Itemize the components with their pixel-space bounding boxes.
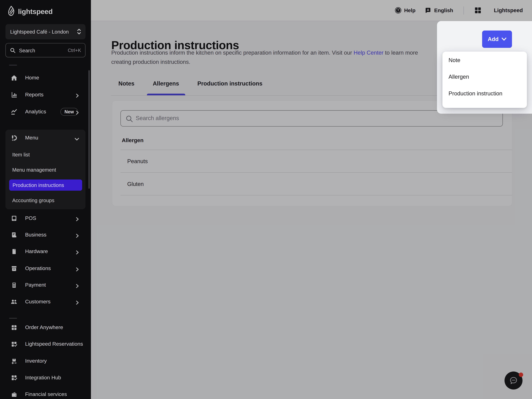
home-icon	[10, 74, 18, 82]
add-button[interactable]: Add	[482, 31, 512, 48]
chevron-right-icon	[76, 110, 79, 116]
search-shortcut: Ctrl+K	[68, 47, 81, 53]
sidebar-item-customers[interactable]: Customers	[6, 293, 85, 310]
business-icon	[10, 231, 18, 239]
reservations-icon	[10, 340, 18, 348]
chevron-down-icon	[75, 136, 79, 142]
sidebar-item-lightspeed-reservations[interactable]: Lightspeed Reservations	[6, 336, 85, 353]
sidebar-item-reports[interactable]: Reports	[6, 86, 85, 103]
store-selector-label: Lightspeed Café - London	[10, 29, 69, 35]
add-menu-item-allergen[interactable]: Allergen	[443, 69, 527, 85]
payment-icon	[10, 281, 18, 289]
sidebar-item-payment[interactable]: Payment	[6, 277, 85, 293]
sidebar-item-business[interactable]: Business	[6, 226, 85, 243]
unfold-chevrons-icon	[77, 28, 82, 36]
chevron-right-icon	[76, 284, 79, 288]
chevron-right-icon	[76, 217, 79, 221]
chevron-right-icon	[76, 250, 79, 254]
sidebar-item-financial-services[interactable]: Financial services	[6, 386, 85, 399]
sidebar-divider	[9, 65, 17, 65]
store-selector[interactable]: Lightspeed Café - London	[6, 24, 85, 39]
menu-icon	[10, 134, 18, 142]
lightspeed-flame-icon	[7, 6, 16, 17]
sidebar-item-pos[interactable]: POS	[6, 210, 85, 227]
sidebar-item-menu[interactable]: Menu	[6, 130, 85, 146]
sidebar-item-operations[interactable]: Operations	[6, 260, 85, 277]
order-anywhere-icon	[10, 324, 18, 331]
sidebar-item-accounting-groups[interactable]: Accounting groups	[6, 193, 85, 207]
search-icon	[10, 47, 16, 53]
sidebar: lightspeed Lightspeed Café - London Sear…	[0, 0, 91, 399]
sidebar-item-production-instructions-active[interactable]: Production instructions	[9, 179, 82, 191]
pos-icon	[10, 215, 18, 222]
sidebar-item-order-anywhere[interactable]: Order Anywhere	[6, 319, 85, 336]
reports-icon	[10, 91, 18, 98]
sidebar-divider	[9, 318, 17, 319]
app-window: lightspeed Lightspeed Café - London Sear…	[0, 0, 532, 399]
new-badge: New	[60, 108, 78, 115]
sidebar-menu-group: Menu Item list Menu management Productio…	[6, 130, 85, 209]
sidebar-item-hardware[interactable]: Hardware	[6, 243, 85, 260]
financial-services-icon	[10, 391, 18, 398]
add-menu-item-note[interactable]: Note	[443, 52, 527, 69]
analytics-icon	[10, 108, 18, 115]
sidebar-search[interactable]: Search Ctrl+K	[6, 43, 85, 57]
sidebar-item-analytics[interactable]: Analytics New	[6, 103, 85, 120]
sidebar-item-inventory[interactable]: Inventory	[6, 353, 85, 369]
operations-icon	[10, 265, 18, 272]
add-dropdown-menu: Note Allergen Production instruction	[443, 51, 527, 108]
add-menu-item-production-instruction[interactable]: Production instruction	[443, 85, 527, 102]
lightspeed-logo: lightspeed	[7, 6, 53, 17]
chevron-right-icon	[76, 234, 79, 238]
chevron-right-icon	[76, 267, 79, 272]
sidebar-item-home[interactable]: Home	[6, 69, 85, 86]
sidebar-search-placeholder: Search	[19, 47, 68, 53]
sidebar-scrollbar[interactable]	[89, 70, 89, 189]
chevron-right-icon	[76, 93, 79, 99]
sidebar-item-item-list[interactable]: Item list	[6, 148, 85, 161]
chevron-right-icon	[76, 301, 79, 305]
inventory-icon	[10, 357, 18, 365]
integration-hub-icon	[10, 374, 18, 381]
hardware-icon	[10, 248, 18, 255]
sidebar-item-integration-hub[interactable]: Integration Hub	[6, 369, 85, 386]
chevron-down-icon	[501, 37, 507, 41]
sidebar-item-menu-management[interactable]: Menu management	[6, 163, 85, 177]
customers-icon	[10, 298, 18, 305]
logo-wordmark: lightspeed	[18, 7, 53, 16]
